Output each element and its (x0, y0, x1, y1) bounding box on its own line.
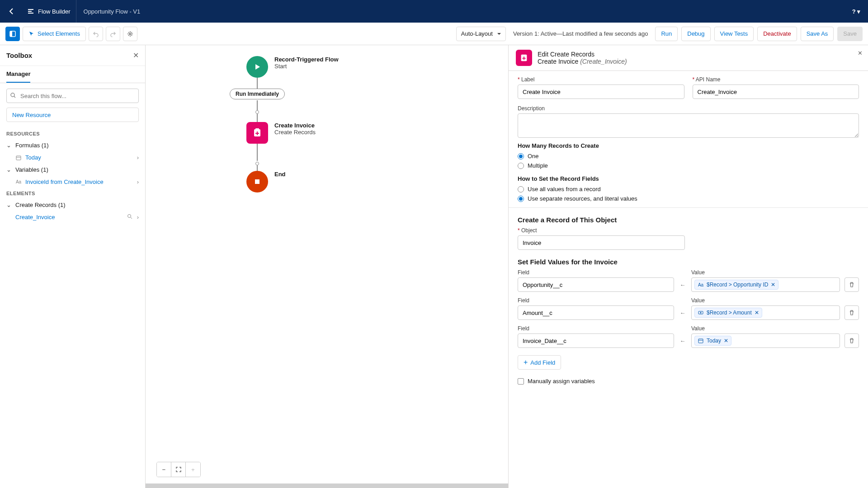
radio-label: Multiple (528, 162, 548, 169)
object-input[interactable] (518, 235, 685, 250)
new-resource-button[interactable]: New Resource (6, 108, 139, 122)
token-remove-icon[interactable]: ✕ (771, 282, 775, 288)
tree-item-invoiceid[interactable]: Aa InvoiceId from Create_Invoice › (0, 176, 145, 188)
settings-button[interactable] (123, 27, 137, 41)
svg-point-5 (127, 215, 131, 218)
svg-point-11 (700, 312, 702, 314)
manual-assign-checkbox[interactable]: Manually assign variables (518, 378, 859, 385)
delete-row-button[interactable] (844, 333, 859, 348)
panel-close-button[interactable]: ✕ (858, 50, 863, 56)
field-input[interactable] (518, 305, 674, 320)
value-token[interactable]: Today ✕ (694, 336, 731, 346)
delete-row-button[interactable] (844, 305, 859, 320)
deactivate-button[interactable]: Deactivate (757, 27, 797, 41)
tree-create-records[interactable]: ⌄ Create Records (1) (0, 199, 145, 211)
tab-manager[interactable]: Manager (6, 70, 30, 83)
object-field-label: Object (518, 227, 685, 234)
zoom-out-button[interactable]: − (157, 462, 171, 477)
flow-name: Opportunity Flow - V1 (76, 8, 148, 15)
radio-label: One (528, 153, 539, 160)
tree-variables-label: Variables (1) (15, 166, 139, 173)
label-input[interactable] (518, 84, 684, 99)
field-input[interactable] (518, 277, 674, 292)
add-element-dot[interactable] (255, 110, 259, 114)
search-input[interactable] (6, 89, 139, 103)
zoom-controls: − + (156, 462, 201, 477)
field-value-row: Field ← Value Aa $Record > Opportunity I… (518, 269, 859, 292)
node-title: Create Invoice (274, 122, 316, 129)
token-text: $Record > Opportunity ID (707, 282, 768, 288)
radio-one[interactable]: One (518, 153, 859, 160)
tree-variables[interactable]: ⌄ Variables (1) (0, 164, 145, 176)
token-remove-icon[interactable]: ✕ (755, 310, 759, 316)
help-icon: ? ▾ (852, 8, 861, 15)
save-as-button[interactable]: Save As (801, 27, 834, 41)
tree-item-label: InvoiceId from Create_Invoice (25, 178, 104, 185)
field-value-row: Field ← Value Today ✕ (518, 325, 859, 348)
run-immediately-pill[interactable]: Run Immediately (230, 89, 285, 99)
zoom-in-button[interactable]: + (186, 462, 200, 477)
search-icon (10, 92, 16, 99)
horizontal-scrollbar[interactable] (146, 483, 508, 488)
toggle-toolbox-button[interactable] (5, 27, 20, 41)
select-elements-button[interactable]: Select Elements (23, 27, 86, 41)
back-button[interactable] (5, 5, 18, 18)
debug-button[interactable]: Debug (681, 27, 710, 41)
delete-row-button[interactable] (844, 277, 859, 292)
zoom-fit-button[interactable] (171, 462, 186, 477)
save-button: Save (837, 27, 863, 41)
view-tests-button[interactable]: View Tests (714, 27, 754, 41)
apiname-input[interactable] (693, 84, 859, 99)
create-shape (246, 122, 268, 144)
add-element-dot[interactable] (255, 162, 259, 165)
undo-button[interactable] (89, 27, 103, 41)
value-label: Value (691, 325, 840, 332)
chevron-right-icon: › (137, 178, 139, 185)
redo-button[interactable] (106, 27, 120, 41)
node-start[interactable]: Record-Triggered Flow Start (246, 56, 339, 78)
node-create-invoice[interactable]: Create Invoice Create Records (246, 122, 316, 144)
svg-rect-7 (255, 128, 259, 130)
value-input[interactable]: Today ✕ (691, 333, 840, 348)
play-icon (253, 62, 262, 71)
tree-formulas[interactable]: ⌄ Formulas (1) (0, 139, 145, 151)
run-button[interactable]: Run (655, 27, 678, 41)
radio-use-separate[interactable]: Use separate resources, and literal valu… (518, 195, 859, 202)
value-token[interactable]: $Record > Amount ✕ (694, 308, 762, 318)
token-type-icon (698, 338, 704, 344)
radio-multiple[interactable]: Multiple (518, 162, 859, 169)
chevron-down-icon: ⌄ (6, 166, 12, 173)
toolbox-close-button[interactable]: ✕ (133, 51, 139, 60)
value-token[interactable]: Aa $Record > Opportunity ID ✕ (694, 280, 778, 290)
radio-use-all[interactable]: Use all values from a record (518, 186, 859, 192)
node-end[interactable]: End (246, 171, 286, 192)
checkbox-label: Manually assign variables (528, 378, 595, 385)
description-input[interactable] (518, 113, 859, 138)
add-field-button[interactable]: + Add Field (518, 355, 561, 370)
locate-icon[interactable] (127, 214, 132, 221)
description-label: Description (518, 105, 859, 112)
tree-formulas-label: Formulas (1) (15, 142, 139, 149)
layout-select[interactable]: Auto-Layout (456, 27, 506, 41)
field-input[interactable] (518, 333, 674, 348)
field-label: Field (518, 325, 674, 332)
gear-icon (127, 31, 133, 37)
end-shape (246, 171, 268, 192)
fit-icon (175, 466, 182, 473)
token-remove-icon[interactable]: ✕ (724, 338, 728, 344)
chevron-down-icon: ⌄ (6, 142, 12, 149)
chevron-down-icon: ⌄ (6, 202, 12, 208)
chevron-right-icon: › (137, 214, 139, 221)
flow-canvas[interactable]: Record-Triggered Flow Start Run Immediat… (146, 45, 508, 488)
svg-rect-8 (255, 179, 259, 184)
value-input[interactable]: $Record > Amount ✕ (691, 305, 840, 320)
toolbox-title: Toolbox (6, 52, 32, 59)
element-type-icon (516, 50, 532, 66)
flow-builder-icon (27, 8, 34, 15)
redo-icon (110, 31, 116, 37)
help-button[interactable]: ? ▾ (850, 5, 863, 18)
tree-item-create-invoice[interactable]: Create_Invoice › (0, 211, 145, 223)
tree-item-today[interactable]: Today › (0, 151, 145, 164)
toolbox-panel: Toolbox ✕ Manager New Resource RESOURCES… (0, 45, 146, 488)
value-input[interactable]: Aa $Record > Opportunity ID ✕ (691, 277, 840, 292)
